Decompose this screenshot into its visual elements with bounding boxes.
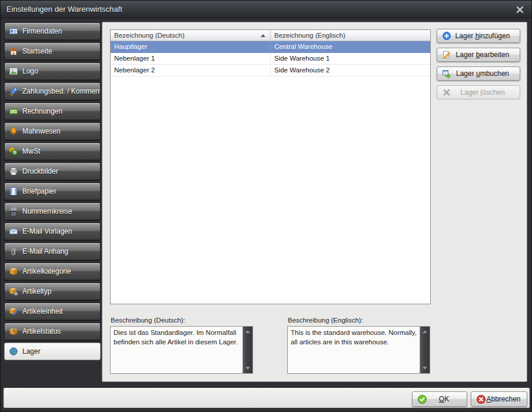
svg-text:12: 12	[11, 212, 16, 216]
sidebar-item-artikeleinheit[interactable]: Artikeleinheit	[4, 303, 101, 320]
picture-icon	[9, 67, 18, 76]
sidebar-item-startseite[interactable]: Startseite	[4, 42, 101, 60]
tag-icon	[9, 87, 18, 96]
scrollbar[interactable]	[420, 327, 430, 373]
transfer-icon	[442, 69, 451, 78]
box-icon	[9, 267, 18, 276]
add-icon	[442, 31, 451, 41]
sidebar-item-logo[interactable]: Logo	[4, 62, 101, 80]
id-card-icon	[9, 26, 18, 36]
sidebar-item-firmendaten[interactable]: Firmendaten	[4, 22, 101, 40]
svg-text:$: $	[14, 150, 16, 155]
sidebar-item-label: E-Mail Anhang	[22, 247, 68, 255]
sidebar-item-label: Zahlungsbed. / Kommentare	[22, 87, 101, 95]
description-en-label: Beschreibung (Englisch):	[288, 317, 363, 324]
box-gear-icon	[9, 287, 18, 296]
sidebar-item-label: Lager	[22, 347, 41, 355]
sidebar-item-artikeltyp[interactable]: Artikeltyp	[4, 283, 101, 300]
sidebar: Firmendaten Startseite Logo Zahlungsbed.…	[4, 22, 101, 363]
window-title: Einstellungen der Warenwirtschaft	[1, 5, 122, 14]
svg-text:AB: AB	[11, 207, 16, 211]
sidebar-item-rechnungen[interactable]: $ Rechnungen	[4, 102, 101, 120]
invoice-icon: $	[9, 107, 18, 116]
description-de-textarea[interactable]: Dies ist das Standardlager. Im Normalfal…	[110, 326, 253, 374]
delete-warehouse-button[interactable]: Lager löschen	[437, 85, 520, 99]
sort-ascending-icon	[261, 34, 265, 37]
sidebar-item-label: Artikeltyp	[22, 287, 51, 295]
letterhead-icon	[9, 187, 18, 196]
home-icon	[9, 46, 18, 56]
cell-de: Nebenlager 1	[111, 53, 271, 64]
close-button[interactable]	[514, 4, 526, 15]
sidebar-item-label: Firmendaten	[22, 27, 62, 35]
sidebar-item-druckbilder[interactable]: Druckbilder	[4, 162, 101, 180]
description-de-label: Beschreibung (Deutsch):	[111, 317, 185, 324]
sidebar-item-label: Nummernkreise	[22, 207, 72, 215]
cancel-icon	[476, 394, 486, 404]
scroll-down-icon	[245, 367, 250, 370]
column-header-en[interactable]: Bezeichnung (Englisch)	[271, 30, 430, 41]
sidebar-item-briefpapier[interactable]: Briefpapier	[4, 182, 101, 200]
cell-en: Side Warehouse 2	[271, 65, 430, 76]
titlebar: Einstellungen der Warenwirtschaft	[1, 1, 531, 18]
box-open-icon	[9, 327, 18, 336]
scroll-up-icon	[423, 330, 427, 333]
scroll-up-icon	[245, 330, 250, 333]
sidebar-item-nummernkreise[interactable]: AB12 Nummernkreise	[4, 202, 101, 220]
column-header-de[interactable]: Bezeichnung (Deutsch)	[111, 30, 271, 41]
sidebar-item-label: Startseite	[22, 47, 52, 55]
table-header: Bezeichnung (Deutsch) Bezeichnung (Engli…	[111, 30, 430, 41]
box-edit-icon	[9, 307, 18, 316]
description-en-textarea[interactable]: This is the standard warehouse. Normally…	[287, 326, 430, 374]
ok-label: OK	[427, 395, 467, 403]
cell-en: Side Warehouse 1	[271, 53, 430, 64]
transfer-warehouse-button[interactable]: Lager umbuchen	[437, 67, 520, 81]
sidebar-item-lager[interactable]: Lager	[4, 343, 101, 360]
warehouse-table: Bezeichnung (Deutsch) Bezeichnung (Engli…	[110, 29, 431, 304]
footer-bar: OK Abbrechen	[4, 388, 530, 408]
sidebar-item-email-anhang[interactable]: E-Mail Anhang	[4, 242, 101, 260]
scroll-down-icon	[423, 367, 427, 370]
sidebar-item-label: Artikeleinheit	[22, 307, 63, 315]
scrollbar[interactable]	[242, 327, 252, 373]
cancel-label: Abbrechen	[486, 395, 527, 403]
paperclip-icon	[9, 247, 18, 256]
sidebar-item-zahlungsbed[interactable]: Zahlungsbed. / Kommentare	[4, 82, 101, 100]
globe-icon	[9, 347, 18, 356]
content-panel: Bezeichnung (Deutsch) Bezeichnung (Engli…	[102, 22, 527, 382]
table-row[interactable]: Nebenlager 2 Side Warehouse 2	[111, 65, 430, 77]
delete-x-icon	[442, 88, 451, 97]
cell-de: Hauptlager	[111, 41, 271, 52]
envelope-icon	[9, 227, 18, 236]
edit-icon	[442, 50, 451, 59]
sidebar-item-label: Logo	[22, 67, 38, 75]
number-range-icon: AB12	[9, 207, 18, 216]
sidebar-item-artikelstatus[interactable]: Artikelstatus	[4, 323, 101, 340]
sidebar-item-mwst[interactable]: €$ MwSt	[4, 142, 101, 160]
description-de-text: Dies ist das Standardlager. Im Normalfal…	[111, 327, 242, 373]
printer-icon	[9, 167, 18, 176]
ok-icon	[417, 394, 427, 404]
close-icon	[517, 6, 523, 13]
description-en-text: This is the standard warehouse. Normally…	[288, 327, 420, 373]
table-row[interactable]: Nebenlager 1 Side Warehouse 1	[111, 53, 430, 65]
sidebar-item-label: Rechnungen	[22, 107, 62, 115]
sidebar-item-label: Artikelstatus	[22, 327, 61, 335]
cell-de: Nebenlager 2	[111, 65, 271, 76]
cell-en: Central Warehouse	[271, 41, 430, 52]
add-warehouse-button[interactable]: Lager hinzufügen	[437, 29, 520, 43]
sidebar-item-email-vorlagen[interactable]: E-Mail Vorlagen	[4, 222, 101, 240]
sidebar-item-mahnwesen[interactable]: Mahnwesen	[4, 122, 101, 140]
sidebar-item-label: Druckbilder	[22, 167, 58, 175]
sidebar-item-label: E-Mail Vorlagen	[22, 227, 72, 235]
settings-dialog: Einstellungen der Warenwirtschaft Firmen…	[0, 0, 532, 412]
table-row[interactable]: Hauptlager Central Warehouse	[111, 41, 430, 53]
cancel-button[interactable]: Abbrechen	[471, 391, 527, 407]
sidebar-item-artikelkategorie[interactable]: Artikelkategorie	[4, 263, 101, 280]
edit-warehouse-button[interactable]: Lager bearbeiten	[437, 48, 520, 62]
sidebar-item-label: Briefpapier	[22, 187, 56, 195]
sidebar-item-label: MwSt	[22, 147, 40, 155]
sidebar-item-label: Artikelkategorie	[22, 267, 71, 275]
coins-icon: €$	[9, 147, 18, 156]
ok-button[interactable]: OK	[412, 391, 467, 407]
